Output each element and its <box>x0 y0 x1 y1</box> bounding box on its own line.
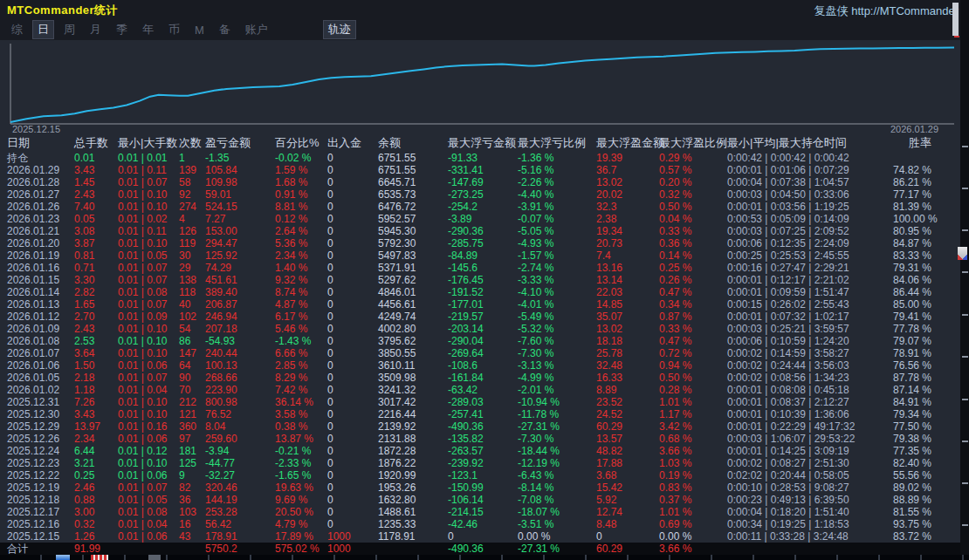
table-row[interactable]: 2025.12.2913.970.01 | 0.163608.040.38 %0… <box>0 420 960 433</box>
table-row[interactable]: 2026.01.267.400.01 | 0.10274524.158.81 %… <box>0 201 960 213</box>
table-row[interactable]: 2025.12.160.320.01 | 0.041656.424.79 %01… <box>0 518 960 530</box>
table-cell: 60.29 <box>596 420 659 433</box>
table-cell: 0.81 <box>74 249 118 262</box>
table-cell: -290.04 <box>448 335 518 347</box>
menu-tab-年[interactable]: 年 <box>138 21 158 38</box>
table-row[interactable]: 2026.01.142.820.01 | 0.08118389.408.74 %… <box>0 286 960 298</box>
menu-tab-备[interactable]: 备 <box>215 21 235 38</box>
menu-tab-币[interactable]: 币 <box>164 21 184 38</box>
table-cell: 80.95 % <box>893 225 969 237</box>
taskbar-app-icon[interactable] <box>91 555 108 560</box>
table-row[interactable]: 2026.01.213.080.01 | 0.11126153.002.64 %… <box>0 225 960 237</box>
table-cell: -203.14 <box>448 323 518 335</box>
table-cell: 4846.01 <box>378 286 448 298</box>
table-row[interactable]: 2026.01.122.700.01 | 0.09102246.946.17 %… <box>0 311 960 323</box>
table-cell: 6751.55 <box>378 152 448 164</box>
table-cell: 0:00:11 | 0:33:28 | 3:24:48 <box>727 530 893 543</box>
table-cell: 1953.26 <box>378 481 448 494</box>
table-cell: 86.21 % <box>893 176 969 188</box>
header-cell-8: 最大浮亏金额 <box>448 134 518 152</box>
menu-tab-月[interactable]: 月 <box>86 21 106 38</box>
table-cell: 7.26 <box>74 396 118 408</box>
menu-tab-综[interactable]: 综 <box>7 21 27 38</box>
table-cell: 74.82 % <box>893 164 969 176</box>
table-cell: 2025.12.15 <box>7 530 74 543</box>
table-row[interactable]: 2026.01.281.450.01 | 0.0758109.981.68 %0… <box>0 176 960 188</box>
table-row[interactable]: 2025.12.233.210.01 | 0.10125-44.77-2.33 … <box>0 457 960 469</box>
menu-tab-M[interactable]: M <box>190 23 209 38</box>
table-row[interactable]: 2026.01.052.180.01 | 0.0790268.668.29 %0… <box>0 372 960 384</box>
menu-tab-季[interactable]: 季 <box>112 21 132 38</box>
table-cell: 4249.74 <box>378 311 448 323</box>
table-row[interactable]: 2025.12.246.440.01 | 0.12181-3.94-0.21 %… <box>0 445 960 457</box>
table-cell: 13.57 <box>596 433 659 445</box>
table-row[interactable]: 2026.01.272.430.01 | 0.109259.010.91 %06… <box>0 188 960 201</box>
table-cell: 0 <box>327 396 378 408</box>
brand-link[interactable]: 复盘侠 http://MTCommander <box>814 3 959 19</box>
table-row[interactable]: 2025.12.151.260.01 | 0.0643178.9117.89 %… <box>0 530 960 543</box>
total-row[interactable]: 合计91.995750.2575.02 %1000-490.36-27.31 %… <box>0 543 960 556</box>
taskbar-app-icon[interactable] <box>148 555 161 560</box>
table-cell: 0 <box>327 445 378 457</box>
table-cell: 2026.01.06 <box>7 359 74 372</box>
trajectory-tab[interactable]: 轨迹 <box>324 21 355 38</box>
table-cell: 5.46 % <box>275 323 327 335</box>
background-app-icon <box>958 247 967 260</box>
table-row[interactable]: 2026.01.082.530.01 | 0.1086-54.93-1.43 %… <box>0 335 960 347</box>
table-row[interactable]: 2025.12.317.260.01 | 0.10212800.9836.14 … <box>0 396 960 408</box>
table-row[interactable]: 2026.01.092.430.01 | 0.1054207.185.46 %0… <box>0 323 960 335</box>
table-cell: 212 <box>179 396 205 408</box>
table-cell: 0.33 % <box>659 225 727 237</box>
table-cell: 78.91 % <box>893 347 969 359</box>
background-red-marker <box>954 36 959 38</box>
table-row[interactable]: 2025.12.192.460.01 | 0.0782320.4619.63 %… <box>0 481 960 494</box>
table-row[interactable]: 2026.01.131.650.01 | 0.0740206.874.87 %0… <box>0 298 960 311</box>
table-cell: 1632.80 <box>378 494 448 506</box>
table-cell: 35.07 <box>596 311 659 323</box>
table-cell: -176.45 <box>448 274 518 286</box>
table-cell: 77.35 % <box>893 445 969 457</box>
header-cell-5: 百分比% <box>275 134 327 152</box>
table-cell: 3.42 % <box>659 420 727 433</box>
table-cell: 0.01 | 0.04 <box>118 518 179 530</box>
table-cell: 6751.55 <box>378 164 448 176</box>
table-row[interactable]: 2026.01.190.810.01 | 0.0530125.922.34 %0… <box>0 249 960 262</box>
table-row[interactable]: 2025.12.262.340.01 | 0.0697259.6013.87 %… <box>0 433 960 445</box>
table-cell: 9 <box>179 469 205 481</box>
table-cell: 0.01 | 0.07 <box>118 176 179 188</box>
menu-tab-周[interactable]: 周 <box>59 21 79 38</box>
table-row[interactable]: 2026.01.061.500.01 | 0.0664100.132.85 %0… <box>0 359 960 372</box>
table-cell: 139 <box>179 164 205 176</box>
table-cell: 207.18 <box>205 323 275 335</box>
table-row[interactable]: 持仓0.010.01 | 0.011-1.35-0.02 %06751.55-9… <box>0 152 960 164</box>
header-cell-7: 余额 <box>378 134 448 152</box>
taskbar-app-icon[interactable] <box>56 555 70 560</box>
table-row[interactable]: 2025.12.180.880.01 | 0.0536144.199.69 %0… <box>0 494 960 506</box>
table-cell: 3017.42 <box>378 396 448 408</box>
menu-tab-账户[interactable]: 账户 <box>241 21 272 38</box>
table-cell: 12.74 <box>596 506 659 518</box>
table-row[interactable]: 2026.01.073.640.01 | 0.10147240.446.66 %… <box>0 347 960 359</box>
table-row[interactable]: 2025.12.220.250.01 | 0.069-32.27-1.65 %0… <box>0 469 960 481</box>
table-row[interactable]: 2026.01.021.180.01 | 0.0470223.907.42 %0… <box>0 384 960 396</box>
table-cell: -7.08 % <box>518 494 596 506</box>
table-cell: -0.21 % <box>275 445 327 457</box>
table-cell: -1.43 % <box>275 335 327 347</box>
table-cell: 0.68 % <box>659 433 727 445</box>
table-row[interactable]: 2026.01.153.300.01 | 0.07138451.619.32 %… <box>0 274 960 286</box>
table-cell: 1.18 <box>74 384 118 396</box>
table-row[interactable]: 2026.01.293.430.01 | 0.11139105.841.59 %… <box>0 164 960 176</box>
table-cell: 0.01 <box>74 152 118 164</box>
table-cell: 2026.01.05 <box>7 372 74 384</box>
menu-tab-日[interactable]: 日 <box>33 21 53 38</box>
table-cell: 2025.12.26 <box>7 433 74 445</box>
table-cell: 0:00:01 | 0:14:25 | 3:09:19 <box>727 445 893 457</box>
table-cell: 206.87 <box>205 298 275 311</box>
taskbar-strip <box>0 555 969 560</box>
table-row[interactable]: 2026.01.160.710.01 | 0.072974.291.40 %05… <box>0 262 960 274</box>
table-row[interactable]: 2025.12.173.000.01 | 0.08103253.2820.50 … <box>0 506 960 518</box>
table-row[interactable]: 2025.12.303.430.01 | 0.1012176.523.58 %0… <box>0 408 960 420</box>
table-row[interactable]: 2026.01.203.870.01 | 0.10119294.475.36 %… <box>0 237 960 249</box>
table-row[interactable]: 2026.01.230.050.01 | 0.0247.270.12 %0595… <box>0 213 960 225</box>
table-cell: 2026.01.02 <box>7 384 74 396</box>
